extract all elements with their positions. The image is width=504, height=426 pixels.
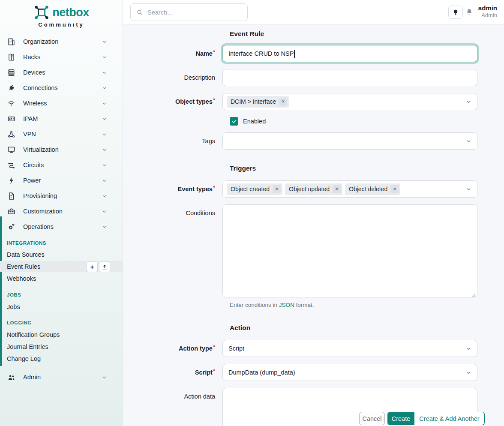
remove-tag-icon[interactable]: × <box>390 185 399 193</box>
name-row: Name* Interface CRUD to NSP <box>123 45 504 62</box>
network-nodes-icon <box>7 130 15 138</box>
conditions-label: Conditions <box>123 204 222 299</box>
notifications-button[interactable] <box>465 8 473 16</box>
remove-tag-icon[interactable]: × <box>279 98 287 106</box>
sidebar-item-circuits[interactable]: Circuits <box>0 157 123 173</box>
description-label: Description <box>123 69 222 86</box>
search-icon <box>136 9 143 16</box>
sidebar-item-change-log[interactable]: Change Log <box>0 353 123 364</box>
sidebar-section-integrations: INTEGRATIONS Data Sources Event Rules + … <box>0 240 123 284</box>
chevron-down-icon <box>102 147 107 153</box>
sidebar-item-power[interactable]: Power <box>0 173 123 188</box>
sidebar-item-notification-groups[interactable]: Notification Groups <box>0 329 123 340</box>
description-row: Description <box>123 69 504 86</box>
netbox-logo[interactable]: netbox <box>0 0 123 21</box>
import-event-rule-button[interactable] <box>99 261 110 272</box>
remove-tag-icon[interactable]: × <box>333 185 341 193</box>
sidebar-item-webhooks[interactable]: Webhooks <box>0 273 123 284</box>
action-data-label: Action data <box>123 388 222 426</box>
building-icon <box>7 37 15 46</box>
create-add-another-button[interactable]: Create & Add Another <box>414 412 485 425</box>
sidebar-item-vpn[interactable]: VPN <box>0 126 123 142</box>
lightbulb-icon <box>452 9 459 16</box>
object-types-select[interactable]: DCIM > Interface × <box>222 93 477 110</box>
sidebar-item-wireless[interactable]: Wireless <box>0 96 123 111</box>
sidebar-item-admin[interactable]: Admin <box>0 369 123 385</box>
search-input[interactable] <box>147 9 242 16</box>
sidebar-item-provisioning[interactable]: Provisioning <box>0 188 123 204</box>
action-type-row: Action type* Script <box>123 340 504 357</box>
sidebar-item-connections[interactable]: Connections <box>0 80 123 96</box>
monitor-icon <box>7 145 15 154</box>
sidebar-item-data-sources[interactable]: Data Sources <box>0 249 123 260</box>
json-link[interactable]: JSON <box>279 302 294 308</box>
tags-row: Tags <box>123 132 504 150</box>
brand-name: netbox <box>52 6 89 19</box>
add-event-rule-button[interactable]: + <box>87 261 98 272</box>
triggers-heading: Triggers <box>230 165 504 172</box>
cancel-button[interactable]: Cancel <box>359 412 385 425</box>
tags-select[interactable] <box>222 132 477 150</box>
section-title: LOGGING <box>0 320 123 326</box>
sidebar: netbox Community Organization Racks Devi… <box>0 0 123 426</box>
sidebar-section-logging: LOGGING Notification Groups Journal Entr… <box>0 320 123 364</box>
sidebar-item-jobs[interactable]: Jobs <box>0 301 123 312</box>
text-caret <box>294 50 295 58</box>
user-name: admin <box>478 4 497 12</box>
chevron-down-icon <box>465 369 472 376</box>
section-title: JOBS <box>0 292 123 298</box>
chevron-down-icon <box>102 101 107 106</box>
sidebar-item-ipam[interactable]: IPAM <box>0 111 123 126</box>
chevron-down-icon <box>465 138 472 144</box>
sidebar-section-jobs: JOBS Jobs <box>0 292 123 312</box>
script-row: Script* DumpData (dump_data) <box>123 364 504 381</box>
event-types-select[interactable]: Object created × Object updated × Object… <box>222 180 477 198</box>
enabled-row: Enabled <box>230 117 504 126</box>
remove-tag-icon[interactable]: × <box>273 185 281 193</box>
sidebar-item-operations[interactable]: Operations <box>0 219 123 234</box>
name-input[interactable]: Interface CRUD to NSP <box>222 45 477 62</box>
sidebar-item-customization[interactable]: Customization <box>0 204 123 219</box>
sidebar-item-virtualization[interactable]: Virtualization <box>0 142 123 157</box>
lightning-icon <box>7 176 15 185</box>
conditions-textarea[interactable] <box>222 204 477 297</box>
user-role: Admin <box>478 12 497 19</box>
global-search[interactable] <box>130 3 248 21</box>
sidebar-item-journal-entries[interactable]: Journal Entries <box>0 341 123 352</box>
sidebar-item-organization[interactable]: Organization <box>0 34 123 49</box>
section-title: INTEGRATIONS <box>0 240 123 246</box>
action-heading: Action <box>230 324 504 331</box>
sidebar-item-devices[interactable]: Devices <box>0 65 123 80</box>
description-input[interactable] <box>222 69 477 86</box>
theme-toggle-button[interactable] <box>448 6 463 19</box>
top-bar: admin Admin <box>123 0 504 24</box>
document-icon <box>7 192 15 200</box>
wifi-icon <box>7 99 15 108</box>
action-type-select[interactable]: Script <box>222 340 477 357</box>
chevron-down-icon <box>102 193 107 199</box>
event-types-label: Event types* <box>123 180 222 198</box>
action-type-label: Action type* <box>123 340 222 357</box>
script-label: Script* <box>123 364 222 381</box>
chevron-down-icon <box>102 54 107 60</box>
chevron-down-icon <box>465 186 472 192</box>
conditions-hint: Enter conditions in JSON format. <box>230 302 504 308</box>
chevron-down-icon <box>102 85 107 91</box>
sidebar-item-event-rules[interactable]: Event Rules + <box>0 261 123 272</box>
chevron-down-icon <box>102 70 107 75</box>
chevron-down-icon <box>102 162 107 168</box>
enabled-checkbox[interactable] <box>230 117 238 126</box>
brand-tagline: Community <box>0 21 123 28</box>
toolbox-icon <box>7 207 15 216</box>
chevron-down-icon <box>102 178 107 183</box>
upload-icon <box>102 264 108 270</box>
rack-icon <box>7 53 15 61</box>
tags-label: Tags <box>123 132 222 150</box>
users-icon <box>7 373 15 381</box>
sidebar-item-racks[interactable]: Racks <box>0 49 123 65</box>
chevron-down-icon <box>102 39 107 45</box>
counter-icon <box>7 114 15 123</box>
script-select[interactable]: DumpData (dump_data) <box>222 364 477 381</box>
create-button[interactable]: Create <box>387 412 414 425</box>
user-menu[interactable]: admin Admin <box>478 4 497 19</box>
